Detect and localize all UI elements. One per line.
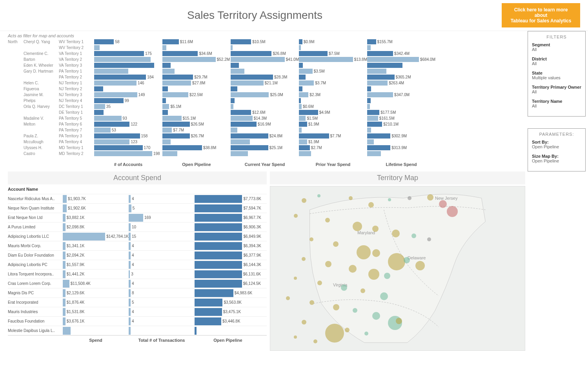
map-data-point[interactable] (388, 198, 391, 201)
account-row[interactable]: Adipiscing Lobortis PC $1,557.9K 4 $6,14… (8, 260, 267, 269)
account-row[interactable]: A Purus Limited $2,098.8K 10 $6,906.3K (8, 222, 267, 232)
territory-row[interactable]: Madaline V.PA Territory 593$15.1M$14.3M$… (8, 115, 517, 121)
map-data-point[interactable] (357, 245, 371, 259)
territory-row[interactable]: Jasmine M.NJ Territory 3149$22.5M$25.0M$… (8, 92, 517, 98)
map-data-point[interactable] (364, 332, 368, 335)
filter-group[interactable]: StateMultiple values (532, 71, 581, 80)
map-data-point[interactable] (388, 253, 405, 270)
map-data-point[interactable] (317, 281, 322, 285)
map-data-point[interactable] (415, 261, 425, 270)
account-row[interactable]: Erat Incorporated $1,876.4K 5 $3,563.8K (8, 297, 267, 307)
account-row[interactable]: Cras Lorem Lorem Corp. $11,508.4K 4 $6,1… (8, 279, 267, 288)
map-data-point[interactable] (309, 300, 314, 305)
territory-row[interactable]: BartonVA Territory 2$52.2M$41.0M$13.8M$6… (8, 57, 517, 62)
territory-row[interactable]: WV Territory 2 (8, 45, 517, 51)
territory-map[interactable]: New JerseyMarylandDelawareVirginia (270, 186, 525, 351)
col-spend: Spend (63, 338, 129, 343)
cta-line1: Click here to learn more about (509, 7, 573, 18)
map-data-point[interactable] (309, 237, 313, 241)
col-accounts: # of Accounts (94, 162, 162, 167)
filter-group[interactable]: DistrictAll (532, 57, 581, 66)
parameter-group[interactable]: Size Map By:Open Pipeline (532, 154, 581, 163)
map-data-point[interactable] (427, 194, 433, 201)
map-data-point[interactable] (396, 318, 402, 324)
account-row[interactable]: Adipiscing Lobortis LLC $142,784.1K 15 $… (8, 232, 267, 241)
map-data-point[interactable] (427, 237, 431, 241)
map-data-point[interactable] (325, 218, 330, 222)
account-row[interactable]: Mauris Industries $1,531.8K 4 $3,475.1K (8, 307, 267, 316)
map-data-point[interactable] (372, 226, 379, 232)
map-data-point[interactable] (349, 196, 353, 200)
map-data-point[interactable] (294, 335, 297, 339)
map-data-point[interactable] (345, 328, 350, 332)
map-data-point[interactable] (333, 304, 339, 310)
account-row[interactable]: Litora Torquent Incorpora.. $1,441.2K 3 … (8, 269, 267, 279)
map-data-point[interactable] (372, 312, 380, 320)
territory-row[interactable]: DE Territory 1$12.6M$4.9M$177.5M (8, 109, 517, 115)
territory-row[interactable]: CastroMD Territory 2198 (8, 151, 517, 157)
map-data-point[interactable] (302, 198, 306, 203)
map-data-point[interactable] (368, 202, 374, 208)
account-row[interactable]: Nascetur Ridiculus Mus A.. $1,903.7K 4 $… (8, 194, 267, 203)
territory-row[interactable]: Helen C.NJ Territory 1146$27.8M$21.1M$3.… (8, 80, 517, 86)
cta-banner[interactable]: Click here to learn more about Tableau f… (502, 3, 580, 27)
filter-group[interactable]: Territory Primary OwnerAll (532, 85, 581, 94)
territory-row[interactable]: Gary D. HartmanPA Territory 1$3.5M (8, 68, 517, 74)
territory-row[interactable]: Clementine C.VA Territory 1175$34.6M$26.… (8, 51, 517, 57)
filters-title: FILTERS (532, 35, 581, 39)
territory-row[interactable]: McculloughPA Territory 4123$1.9M (8, 139, 517, 145)
account-column-headers: Spend Total # of Transactions Open Pipel… (8, 335, 267, 343)
map-data-point[interactable] (360, 288, 365, 293)
territory-map-title: Territory Map (270, 171, 525, 184)
map-data-point[interactable] (372, 249, 380, 257)
map-data-point[interactable] (294, 214, 298, 218)
territory-grid[interactable]: NorthCheryl Q. YangWV Territory 158$11.6… (0, 39, 525, 160)
territory-row[interactable]: Ulysses H.MD Territory 1170$38.8M$25.1M$… (8, 145, 517, 151)
map-data-point[interactable] (408, 196, 411, 200)
filter-group[interactable]: SegmentAll (532, 42, 581, 52)
map-data-point[interactable] (411, 233, 416, 238)
map-data-point[interactable] (368, 269, 379, 280)
col-open-pipeline: Open Pipeline (162, 162, 231, 167)
map-data-point[interactable] (353, 222, 362, 231)
map-data-point[interactable] (325, 261, 331, 267)
territory-row[interactable]: FigueroaNJ Territory 2 (8, 86, 517, 92)
map-data-point[interactable] (341, 284, 347, 291)
account-row[interactable]: Neque Non Quam Institute $1,902.6K 5 $7,… (8, 203, 267, 213)
territory-row[interactable]: Orla Q. HarveyDC Territory 135$5.1M$0.6M (8, 104, 517, 109)
territory-row[interactable]: Eden K. WheelerVA Territory 3 (8, 62, 517, 68)
account-row[interactable]: Diam Eu Dolor Foundation $2,094.2K 4 $6,… (8, 250, 267, 260)
account-row[interactable]: Faucibus Foundation $3,676.1K 4 $3,446.8… (8, 316, 267, 326)
map-data-point[interactable] (333, 241, 339, 247)
territory-row[interactable]: MeltonPA Territory 6122$26.5M$16.9M$1.9M… (8, 121, 517, 127)
map-data-point[interactable] (384, 273, 390, 279)
map-data-point[interactable] (439, 200, 447, 208)
map-data-point[interactable] (349, 265, 357, 273)
map-data-point[interactable] (392, 230, 400, 237)
map-data-point[interactable] (286, 296, 290, 300)
territory-row[interactable]: PhelpsNJ Territory 499 (8, 98, 517, 104)
territory-row[interactable]: Paula Z.PA Territory 3158$26.7M$24.8M$7.… (8, 133, 517, 139)
account-table[interactable]: Nascetur Ridiculus Mus A.. $1,903.7K 4 $… (8, 194, 267, 335)
account-row[interactable]: Magnis Dis PC $2,129.6K 8 $4,983.6K (8, 288, 267, 297)
map-data-point[interactable] (294, 277, 297, 280)
map-data-point[interactable] (325, 324, 344, 343)
account-row[interactable]: Mauris Morbi Corp. $1,341.1K 4 $6,394.3K (8, 241, 267, 250)
map-data-point[interactable] (313, 339, 317, 343)
map-data-point[interactable] (302, 320, 306, 325)
territory-row[interactable]: PA Territory 753$7.7M (8, 127, 517, 133)
filters-panel: FILTERS SegmentAllDistrictAllStateMultip… (528, 31, 586, 117)
territory-row[interactable]: PA Territory 2184$29.7M$28.3M$365.2M (8, 74, 517, 80)
filter-group[interactable]: Territory NameAll (532, 99, 581, 108)
map-data-point[interactable] (302, 257, 306, 261)
map-data-point[interactable] (404, 257, 410, 263)
account-row[interactable]: Molestie Dapibus Ligula L.. (8, 326, 267, 335)
map-data-point[interactable] (447, 206, 458, 217)
parameter-group[interactable]: Sort By:Open Pipeline (532, 140, 581, 149)
map-data-point[interactable] (380, 292, 388, 300)
territory-row[interactable]: NorthCheryl Q. YangWV Territory 158$11.6… (8, 39, 517, 45)
map-data-point[interactable] (317, 194, 320, 197)
account-row[interactable]: Erat Neque Non Ltd $3,882.1K 169 $6,967.… (8, 213, 267, 222)
map-data-point[interactable] (353, 308, 357, 313)
col-open-pipeline-acct: Open Pipeline (195, 338, 261, 343)
